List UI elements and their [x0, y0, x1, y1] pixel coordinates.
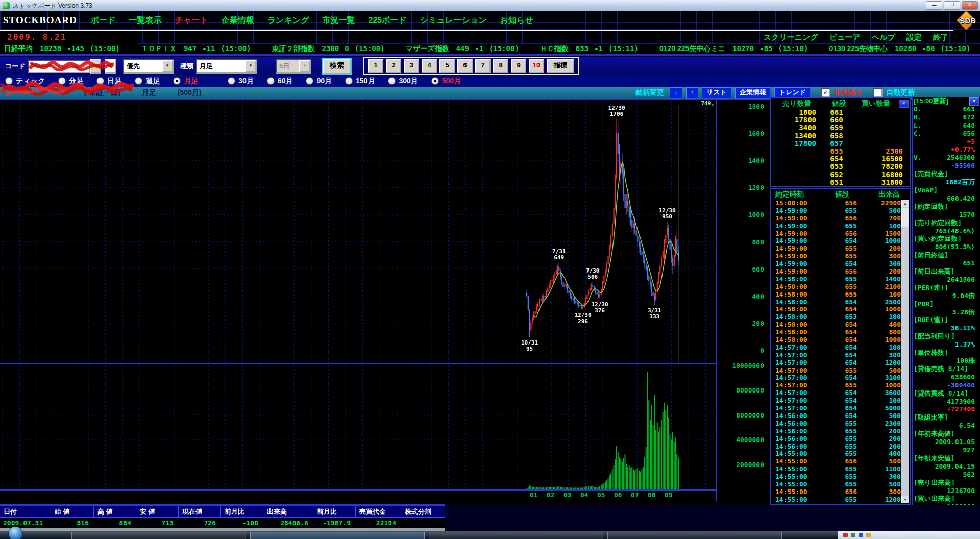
minimize-button[interactable]: ▬: [926, 1, 942, 10]
radio-label: 週足: [145, 77, 160, 86]
taskbar-item[interactable]: [607, 532, 782, 539]
scrollbar[interactable]: ▲ ▼: [901, 200, 909, 503]
ticker-item: 0130 225先物中心10280-80(15:10): [829, 44, 976, 54]
page-button-7[interactable]: 7: [475, 59, 491, 73]
scroll-up-icon[interactable]: ▲: [901, 200, 909, 207]
top-link-スクリーニング[interactable]: スクリーニング: [764, 33, 818, 42]
stat-line: 1216700: [913, 487, 980, 495]
infobar-button-企業情報[interactable]: 企業情報: [735, 87, 771, 99]
trade-volume: 200: [857, 245, 901, 253]
page-button-1[interactable]: 1: [368, 59, 383, 73]
timeframe-radio-500月[interactable]: 500月: [431, 77, 461, 86]
scroll-down-icon[interactable]: ▼: [901, 496, 909, 503]
stat-label: O.: [914, 105, 922, 113]
timeframe-radio-週足[interactable]: 週足: [135, 77, 160, 86]
trade-time: 14:58:00: [772, 321, 820, 329]
radio-icon[interactable]: [431, 77, 439, 85]
taskbar-item[interactable]: [429, 532, 603, 539]
scrollbar-thumb[interactable]: [901, 208, 909, 227]
infobar-button-リスト[interactable]: リスト: [702, 87, 731, 99]
menu-item-市況一覧[interactable]: 市況一覧: [323, 15, 355, 26]
menu-item-シミュレーション[interactable]: シミュレーション: [420, 15, 487, 26]
volume-bar: [606, 480, 607, 489]
sell-quantity: [771, 163, 816, 170]
page-button-9[interactable]: 9: [511, 59, 526, 73]
candle: [614, 208, 615, 224]
page-button-3[interactable]: 3: [404, 59, 419, 73]
taskbar-item[interactable]: [71, 532, 246, 539]
menu-item-ボード[interactable]: ボード: [91, 15, 116, 26]
candle: [658, 274, 659, 282]
chevron-down-icon[interactable]: ▼: [162, 60, 173, 72]
infobar-button-↓[interactable]: ↓: [670, 87, 682, 99]
taskbar-item-active[interactable]: [250, 532, 425, 539]
radio-icon[interactable]: [345, 77, 353, 85]
system-tray[interactable]: [838, 531, 980, 539]
maximize-button[interactable]: ❐: [944, 1, 960, 10]
stat-line: L.648: [913, 121, 980, 130]
type-label: 種類: [180, 62, 193, 71]
top-link-終了[interactable]: 終了: [933, 33, 948, 42]
volume-bar: [659, 427, 660, 489]
priority-select[interactable]: 優先 ▼: [123, 59, 174, 74]
chevron-down-icon[interactable]: ▼: [245, 60, 256, 72]
tray-icon[interactable]: [866, 533, 871, 537]
volume-bar: [597, 487, 598, 489]
timeframe-radio-150月[interactable]: 150月: [345, 77, 375, 86]
radio-icon[interactable]: [173, 77, 181, 85]
menu-item-企業情報[interactable]: 企業情報: [222, 15, 254, 26]
menu-item-お知らせ[interactable]: お知らせ: [500, 15, 533, 26]
menu-item-チャート[interactable]: チャート: [175, 15, 208, 26]
page-button-10[interactable]: 10: [529, 59, 544, 73]
candle: [578, 304, 579, 305]
top-link-ヘルプ[interactable]: ヘルプ: [872, 33, 895, 42]
timeframe-radio-60月[interactable]: 60月: [267, 77, 293, 86]
price-chart[interactable]: 1800160014001200100080060040020001000000…: [0, 100, 768, 503]
candle: [610, 236, 611, 247]
volume-bar: [529, 485, 530, 489]
close-icon[interactable]: ✕: [969, 97, 979, 106]
radio-icon[interactable]: [267, 77, 275, 85]
close-button[interactable]: ✕: [962, 1, 978, 10]
candle: [640, 247, 641, 251]
checkbox-自動更新[interactable]: [873, 88, 883, 97]
page-button-6[interactable]: 6: [457, 59, 473, 73]
start-button[interactable]: [8, 526, 23, 539]
indicator-button[interactable]: 指標: [547, 59, 574, 73]
checkbox-権利落ち[interactable]: ✓: [821, 88, 830, 97]
candlestick-chart-canvas[interactable]: 1800160014001200100080060040020001000000…: [0, 100, 768, 503]
table-row[interactable]: 2009.07.31816884713726-10028406.6-1987.9…: [0, 518, 445, 528]
candle: [598, 295, 599, 297]
infobar-button-↑[interactable]: ↑: [686, 87, 699, 99]
top-link-ビューア[interactable]: ビューア: [829, 33, 861, 42]
menu-item-225ボード[interactable]: 225ボード: [369, 15, 407, 26]
timeframe-radio-300月[interactable]: 300月: [388, 77, 418, 86]
tray-icon[interactable]: [843, 533, 848, 537]
tray-icon[interactable]: [851, 533, 855, 537]
timeframe-radio-90月[interactable]: 90月: [306, 77, 332, 86]
table-cell: 713: [136, 518, 179, 528]
tray-icon[interactable]: [859, 533, 863, 537]
ask-row: 17800660: [771, 116, 910, 124]
close-icon[interactable]: ✕: [899, 100, 909, 108]
type-select[interactable]: 月足 ▼: [196, 59, 257, 74]
timeframe-radio-月足[interactable]: 月足: [173, 77, 198, 86]
timeframe-radio-30月[interactable]: 30月: [228, 77, 254, 86]
page-button-5[interactable]: 5: [439, 59, 455, 73]
trade-time: 14:55:00: [772, 458, 820, 465]
menu-item-一覧表示[interactable]: 一覧表示: [129, 15, 162, 26]
page-button-8[interactable]: 8: [493, 59, 508, 73]
volume-bar: [558, 486, 559, 489]
radio-icon[interactable]: [135, 77, 142, 85]
page-button-4[interactable]: 4: [422, 59, 437, 73]
menu-item-ランキング[interactable]: ランキング: [267, 15, 309, 26]
radio-icon[interactable]: [306, 77, 313, 85]
radio-icon[interactable]: [228, 77, 235, 85]
page-button-2[interactable]: 2: [386, 59, 401, 73]
radio-icon[interactable]: [388, 77, 396, 85]
top-link-設定[interactable]: 設定: [906, 33, 922, 42]
chart-annotation-value: 376: [595, 307, 605, 314]
search-button[interactable]: 検索: [323, 59, 351, 74]
volume-bar: [556, 487, 557, 489]
trade-price: 655: [820, 276, 857, 283]
